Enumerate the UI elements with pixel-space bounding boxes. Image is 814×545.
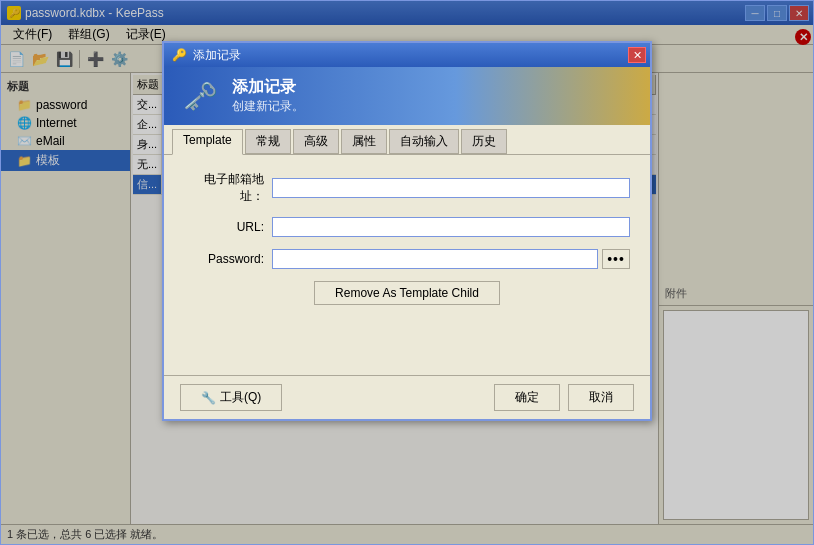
tools-label: 工具(Q): [220, 389, 261, 406]
banner-icon: 🗝️: [180, 76, 220, 116]
url-input[interactable]: [272, 217, 630, 237]
footer-left: 🔧 工具(Q): [180, 384, 282, 411]
password-row: Password: •••: [184, 249, 630, 269]
tab-autotype[interactable]: 自动输入: [389, 129, 459, 154]
dialog-tabs: Template 常规 高级 属性 自动输入 历史: [164, 125, 650, 155]
dialog-close-button[interactable]: ✕: [628, 47, 646, 63]
dialog-body: 电子邮箱地址： URL: Password: ••• R: [164, 155, 650, 375]
tools-icon: 🔧: [201, 391, 216, 405]
dialog: 🔑 添加记录 ✕ 🗝️ 添加记录 创建新记录。 Template 常规 高: [162, 41, 652, 421]
banner-subtitle: 创建新记录。: [232, 98, 304, 115]
password-input-wrapper: •••: [272, 249, 630, 269]
url-row: URL:: [184, 217, 630, 237]
footer-right: 确定 取消: [494, 384, 634, 411]
tab-properties[interactable]: 属性: [341, 129, 387, 154]
main-window: 🔑 password.kdbx - KeePass ─ □ ✕ 文件(F) 群组…: [0, 0, 814, 545]
banner-text: 添加记录 创建新记录。: [232, 77, 304, 115]
banner-key-icon: 🗝️: [183, 80, 218, 113]
url-label: URL:: [184, 220, 264, 234]
email-row: 电子邮箱地址：: [184, 171, 630, 205]
email-label: 电子邮箱地址：: [184, 171, 264, 205]
banner-title: 添加记录: [232, 77, 304, 98]
ok-button[interactable]: 确定: [494, 384, 560, 411]
dialog-title-bar: 🔑 添加记录 ✕: [164, 43, 650, 67]
dialog-title-left: 🔑 添加记录: [172, 47, 241, 64]
tools-button[interactable]: 🔧 工具(Q): [180, 384, 282, 411]
password-label: Password:: [184, 252, 264, 266]
dialog-overlay: 🔑 添加记录 ✕ 🗝️ 添加记录 创建新记录。 Template 常规 高: [1, 1, 813, 544]
cancel-button[interactable]: 取消: [568, 384, 634, 411]
remove-template-child-button[interactable]: Remove As Template Child: [314, 281, 500, 305]
tab-general[interactable]: 常规: [245, 129, 291, 154]
dialog-title-icon: 🔑: [172, 48, 187, 62]
password-reveal-button[interactable]: •••: [602, 249, 630, 269]
dialog-banner: 🗝️ 添加记录 创建新记录。: [164, 67, 650, 125]
dialog-footer: 🔧 工具(Q) 确定 取消: [164, 375, 650, 419]
tab-advanced[interactable]: 高级: [293, 129, 339, 154]
dialog-title-text: 添加记录: [193, 47, 241, 64]
email-input[interactable]: [272, 178, 630, 198]
tab-template[interactable]: Template: [172, 129, 243, 155]
tab-history[interactable]: 历史: [461, 129, 507, 154]
password-input[interactable]: [272, 249, 598, 269]
